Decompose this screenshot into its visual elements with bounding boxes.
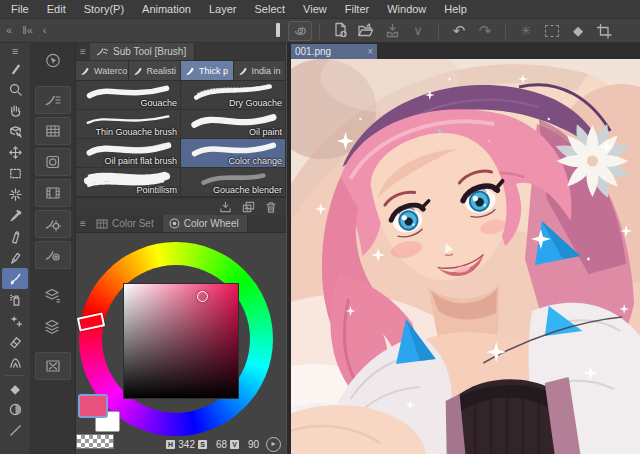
menu-edit[interactable]: Edit [38, 2, 75, 16]
tool-palette-menu-icon[interactable]: ≡ [12, 44, 18, 58]
save-button[interactable] [379, 21, 405, 41]
menu-layer[interactable]: Layer [200, 2, 246, 16]
value-value: 90 [242, 439, 259, 450]
tab-india-ink[interactable]: India in [234, 61, 287, 80]
brush-item-thin-gouache[interactable]: Thin Gouache brush [76, 110, 181, 139]
transparent-color-swatch[interactable] [76, 434, 114, 449]
brush-item-dry-gouache[interactable]: Dry Gouache [181, 81, 286, 110]
tool-pen[interactable] [2, 226, 28, 247]
tool-property-panel-button[interactable] [35, 210, 71, 238]
sv-cursor[interactable] [197, 291, 208, 302]
save-dropdown-button[interactable]: ∨ [405, 21, 431, 41]
sub-tool-panel-tab[interactable]: Sub Tool [Brush] [90, 43, 195, 60]
close-tab-icon[interactable]: × [367, 46, 373, 57]
import-sub-tool-icon[interactable] [218, 200, 233, 214]
brush-name: Pointillism [136, 185, 177, 195]
menu-animation[interactable]: Animation [133, 2, 200, 16]
sub-tool-panel: ≡ Sub Tool [Brush] Waterco Realisti [76, 43, 286, 215]
tool-decoration[interactable] [2, 310, 28, 331]
hsv-readout: H 342 S 68 V 90 ▸ [166, 437, 281, 452]
tool-hand[interactable] [2, 100, 28, 121]
main-color-swatch[interactable] [78, 394, 108, 418]
document-tab[interactable]: 001.png × [291, 44, 377, 59]
delete-sub-tool-icon[interactable] [264, 200, 278, 214]
navigator-panel-button[interactable] [35, 352, 71, 380]
tool-object[interactable] [2, 121, 28, 142]
menu-filter[interactable]: Filter [336, 2, 378, 16]
menu-window[interactable]: Window [378, 2, 435, 16]
deselect-button[interactable] [539, 21, 565, 41]
timeline-panel-button[interactable] [35, 179, 71, 207]
brush-item-oil-paint-flat[interactable]: Oil paint flat brush [76, 139, 181, 168]
tool-selection[interactable] [2, 163, 28, 184]
toolbar-drag-handle[interactable] [276, 23, 280, 37]
tool-gradient[interactable] [2, 399, 28, 420]
brush-item-gouache[interactable]: Gouache [76, 81, 181, 110]
brush-item-gouache-blender[interactable]: Gouache blender [181, 168, 286, 197]
pen-diagonal-icon [8, 61, 23, 76]
menu-story[interactable]: Story(P) [75, 2, 133, 16]
tool-blend[interactable] [2, 352, 28, 373]
marquee-icon [8, 166, 23, 181]
tool-figure[interactable] [2, 420, 28, 441]
collapse-pair-icon[interactable]: ‖« [22, 25, 33, 36]
quick-access-button[interactable] [35, 46, 71, 74]
change-canvas-size-button[interactable] [591, 21, 617, 41]
layer-property-panel-button[interactable] [35, 281, 71, 309]
new-document-button[interactable] [327, 21, 353, 41]
tool-move-layer[interactable] [2, 142, 28, 163]
color-set-panel-button[interactable] [35, 117, 71, 145]
panel-menu-icon[interactable]: ≡ [76, 218, 90, 229]
open-file-button[interactable] [353, 21, 379, 41]
docked-panels: ≡ Sub Tool [Brush] Waterco Realisti [76, 43, 287, 454]
collapse-arrow-icon[interactable]: ‹ [43, 25, 47, 36]
redo-button[interactable]: ↷ [472, 21, 498, 41]
tab-label: Color Set [112, 218, 154, 229]
color-panel-header: ≡ Color Set Color Wheel [76, 215, 286, 233]
brush-list: Gouache Dry Gouache Thin Gouache brush O… [76, 81, 286, 197]
menu-view[interactable]: View [294, 2, 336, 16]
menu-help[interactable]: Help [435, 2, 476, 16]
hsv-mode-toggle-icon[interactable]: ▸ [266, 437, 281, 452]
tab-thick-paint[interactable]: Thick p [181, 61, 234, 80]
gradient-circle-icon [8, 402, 23, 417]
clip-studio-logo-button[interactable] [288, 21, 312, 41]
new-document-icon [332, 22, 349, 39]
tab-color-set[interactable]: Color Set [90, 215, 163, 232]
fill-command-button[interactable]: ◆ [565, 21, 591, 41]
duplicate-sub-tool-icon[interactable] [241, 200, 256, 214]
tool-pencil[interactable] [2, 247, 28, 268]
tool-fill[interactable]: ◆ [2, 378, 28, 399]
sub-tool-panel-header: ≡ Sub Tool [Brush] [76, 43, 286, 61]
toolbar-separator [438, 23, 439, 39]
clear-button[interactable]: ✳ [513, 21, 539, 41]
tool-brush[interactable] [2, 268, 28, 289]
tool-eraser[interactable] [2, 331, 28, 352]
canvas-size-icon [596, 23, 612, 39]
tool-eyedropper[interactable] [2, 205, 28, 226]
undo-button[interactable]: ↶ [446, 21, 472, 41]
sub-tool-panel-title: Sub Tool [Brush] [113, 46, 186, 57]
collapse-panels-icon[interactable]: « [6, 25, 12, 36]
tool-operation[interactable] [2, 58, 28, 79]
panel-menu-icon[interactable]: ≡ [76, 46, 90, 57]
color-wheel-panel-button[interactable] [35, 148, 71, 176]
menu-file[interactable]: File [2, 2, 38, 16]
tab-realistic[interactable]: Realisti [129, 61, 182, 80]
saturation-value-square[interactable] [124, 284, 238, 398]
tool-auto-select[interactable] [2, 184, 28, 205]
layers-panel-button[interactable] [35, 312, 71, 340]
tool-airbrush[interactable] [2, 289, 28, 310]
sub-tool-panel-button[interactable] [35, 86, 71, 114]
brush-name: Gouache [140, 98, 177, 108]
tool-zoom[interactable] [2, 79, 28, 100]
brush-item-pointillism[interactable]: Pointillism [76, 168, 181, 197]
canvas-viewport[interactable] [291, 59, 640, 454]
brush-item-oil-paint[interactable]: Oil paint [181, 110, 286, 139]
brush-item-color-change[interactable]: Color change [181, 139, 286, 168]
menu-select[interactable]: Select [246, 2, 295, 16]
tab-color-wheel[interactable]: Color Wheel [163, 215, 248, 232]
brush-size-panel-button[interactable] [35, 241, 71, 269]
tab-watercolor[interactable]: Waterco [76, 61, 129, 80]
hand-icon [8, 103, 23, 118]
